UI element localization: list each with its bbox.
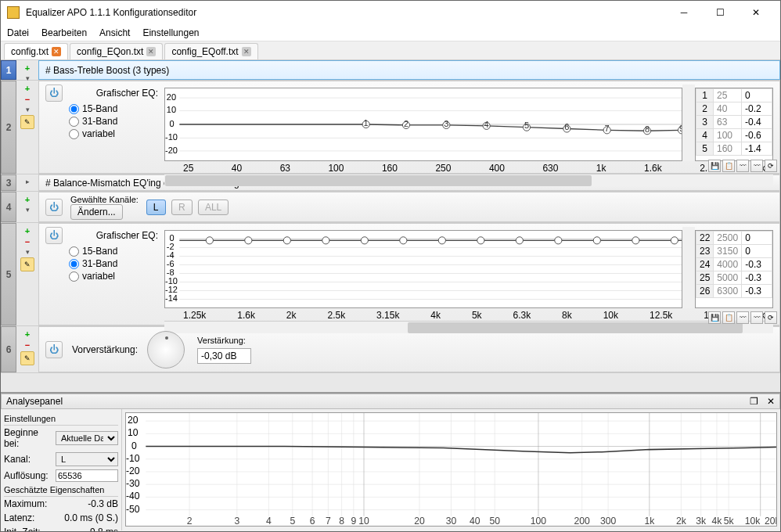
svg-text:10: 10 (167, 105, 176, 114)
row-number-5[interactable]: 5 (1, 223, 16, 325)
collapse-icon[interactable]: ▾ (26, 106, 30, 113)
menu-file[interactable]: Datei (7, 27, 29, 38)
svg-text:10: 10 (128, 427, 139, 438)
normalize-icon[interactable]: 〰 (750, 160, 763, 172)
close-button[interactable]: ✕ (738, 1, 774, 24)
remove-icon[interactable]: − (25, 340, 30, 350)
channel-select[interactable]: L (56, 452, 118, 466)
add-icon[interactable]: + (25, 84, 30, 93)
svg-text:20: 20 (414, 516, 425, 527)
svg-text:0: 0 (131, 440, 137, 451)
svg-text:6: 6 (564, 122, 569, 131)
svg-text:10k: 10k (745, 516, 761, 527)
svg-point-50 (400, 237, 407, 244)
reset-icon[interactable]: ⟳ (765, 311, 777, 324)
svg-text:5: 5 (524, 121, 529, 131)
channel-ALL[interactable]: ALL (198, 200, 229, 215)
tab-eqoff[interactable]: config_EQoff.txt ✕ (164, 43, 257, 59)
minimize-button[interactable]: ─ (666, 1, 702, 24)
row-number-6[interactable]: 6 (1, 326, 16, 372)
invert-icon[interactable]: 〰 (736, 311, 749, 324)
edit-icon[interactable]: ✎ (20, 115, 34, 129)
svg-point-45 (206, 237, 213, 244)
power-button[interactable]: ⏻ (45, 227, 63, 244)
start-at-select[interactable]: Aktuelle Datei (56, 431, 118, 445)
radio-31band[interactable]: 31-Band (69, 116, 158, 127)
change-channels-button[interactable]: Ändern... (70, 204, 123, 220)
eq-band-table[interactable]: 1250 240-0.2 363-0.4 4100-0.6 5160-1.4 (695, 88, 773, 161)
normalize-icon[interactable]: 〰 (750, 311, 763, 324)
row-number-4[interactable]: 4 (1, 192, 16, 222)
tab-label: config.txt (11, 46, 49, 57)
svg-text:1: 1 (364, 118, 369, 128)
svg-text:4k: 4k (712, 516, 723, 527)
tab-eqon[interactable]: config_EQon.txt ✕ (70, 43, 163, 59)
eq-graph[interactable]: 2010 0-10-20 123 456 (164, 88, 682, 161)
preamp-label: Vorverstärkung: (72, 344, 138, 355)
edit-icon[interactable]: ✎ (20, 257, 34, 271)
invert-icon[interactable]: 〰 (736, 160, 749, 172)
radio-variable[interactable]: variabel (69, 128, 158, 139)
hscroll[interactable] (164, 321, 773, 333)
gain-dial[interactable] (147, 331, 185, 368)
save-icon[interactable]: 💾 (708, 311, 721, 324)
tab-close-icon[interactable]: ✕ (146, 47, 156, 56)
collapse-icon[interactable]: ▾ (26, 206, 30, 214)
power-button[interactable]: ⏻ (45, 341, 63, 358)
svg-text:-30: -30 (126, 478, 140, 489)
channel-L[interactable]: L (146, 200, 166, 215)
gain-spinbox[interactable]: -0,30 dB (197, 348, 251, 364)
svg-text:3: 3 (234, 516, 239, 527)
channel-R[interactable]: R (171, 200, 193, 215)
menu-edit[interactable]: Bearbeiten (41, 27, 87, 38)
edit-icon[interactable]: ✎ (20, 351, 34, 365)
eq-band-table[interactable]: 2225000 2331500 244000-0.3 255000-0.3 26… (695, 230, 773, 308)
svg-text:20: 20 (128, 415, 139, 426)
row-number-2[interactable]: 2 (1, 81, 16, 174)
svg-text:-10: -10 (126, 453, 140, 464)
save-icon[interactable]: 💾 (708, 160, 721, 172)
add-icon[interactable]: + (25, 329, 30, 339)
remove-icon[interactable]: − (25, 237, 30, 246)
power-button[interactable]: ⏻ (45, 199, 63, 216)
open-icon[interactable]: 📋 (722, 160, 735, 172)
add-icon[interactable]: + (25, 195, 30, 204)
row-number-3[interactable]: 3 (1, 174, 16, 191)
radio-31band[interactable]: 31-Band (69, 258, 158, 269)
analysis-graph[interactable]: 2010 0-10 -20-30 -40-50 234 567 8910 203… (125, 412, 777, 527)
tab-close-icon[interactable]: ✕ (242, 47, 251, 56)
collapse-icon[interactable]: ▸ (26, 178, 30, 185)
panel-close-icon[interactable]: ✕ (767, 396, 775, 407)
svg-text:20: 20 (167, 92, 176, 102)
svg-text:-10: -10 (165, 132, 178, 142)
svg-text:10: 10 (358, 516, 369, 527)
vscroll[interactable] (682, 84, 695, 161)
eq-graph[interactable]: 0-2 -4-6 -8-10 -12-14 (164, 230, 682, 308)
add-icon[interactable]: + (25, 226, 30, 235)
radio-variable[interactable]: variabel (69, 271, 158, 282)
radio-15band[interactable]: 15-Band (69, 103, 158, 114)
svg-point-53 (516, 237, 523, 244)
resolution-input[interactable] (56, 469, 118, 482)
eq-label: Grafischer EQ: (69, 230, 158, 241)
collapse-icon[interactable]: ▾ (26, 248, 30, 256)
menu-settings[interactable]: Einstellungen (142, 27, 199, 38)
hscroll[interactable] (164, 174, 773, 186)
svg-point-49 (361, 237, 368, 244)
tab-label: config_EQoff.txt (171, 46, 238, 57)
svg-text:9: 9 (679, 124, 682, 133)
tab-close-icon[interactable]: ✕ (52, 47, 61, 56)
open-icon[interactable]: 📋 (722, 311, 735, 324)
add-icon[interactable]: + (25, 63, 30, 73)
maximize-button[interactable]: ☐ (702, 1, 738, 24)
power-button[interactable]: ⏻ (45, 84, 63, 102)
vscroll[interactable] (682, 227, 695, 308)
undock-icon[interactable]: ❐ (750, 396, 758, 407)
row-number-1[interactable]: 1 (1, 60, 16, 80)
svg-point-51 (438, 237, 445, 244)
tab-config[interactable]: config.txt ✕ (4, 43, 68, 59)
menu-view[interactable]: Ansicht (99, 27, 130, 38)
reset-icon[interactable]: ⟳ (765, 160, 777, 172)
remove-icon[interactable]: − (25, 95, 30, 104)
radio-15band[interactable]: 15-Band (69, 246, 158, 257)
